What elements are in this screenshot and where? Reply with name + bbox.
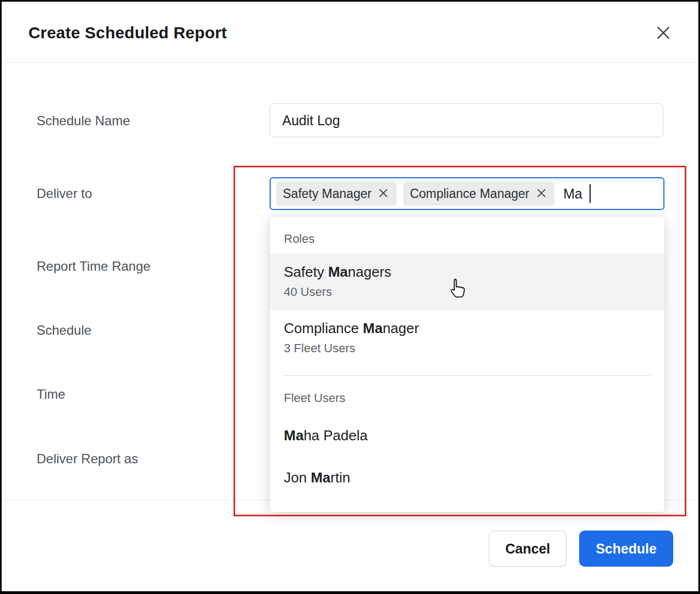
schedule-name-input[interactable] bbox=[270, 103, 663, 137]
dropdown-item-name: Maha Padela bbox=[284, 427, 650, 444]
dropdown-item-compliance-manager[interactable]: Compliance Manager 3 Fleet Users bbox=[270, 310, 664, 366]
remove-tag-button[interactable] bbox=[535, 187, 548, 201]
cancel-button[interactable]: Cancel bbox=[489, 531, 567, 567]
time-label: Time bbox=[37, 387, 65, 402]
remove-icon bbox=[378, 188, 389, 200]
dropdown-item-name: Compliance Manager bbox=[284, 320, 650, 337]
recipient-tag: Safety Manager bbox=[276, 182, 396, 206]
close-button[interactable] bbox=[652, 22, 674, 44]
dropdown-item-safety-managers[interactable]: Safety Managers 40 Users bbox=[270, 254, 664, 310]
dropdown-section-roles: Roles bbox=[270, 226, 664, 254]
close-icon bbox=[655, 25, 672, 43]
typed-query: Ma bbox=[563, 186, 582, 202]
dropdown-item-name: Jon Martin bbox=[284, 469, 650, 486]
create-scheduled-report-modal: Create Scheduled Report Schedule Name De… bbox=[0, 0, 700, 594]
recipient-tag-label: Safety Manager bbox=[283, 187, 371, 201]
dropdown-item-subtitle: 40 Users bbox=[284, 285, 650, 299]
dropdown-item-name: Safety Managers bbox=[284, 264, 650, 281]
recipient-tag-label: Compliance Manager bbox=[410, 187, 529, 201]
schedule-label: Schedule bbox=[37, 323, 91, 338]
dropdown-section-fleet-users: Fleet Users bbox=[270, 385, 664, 414]
recipient-tag: Compliance Manager bbox=[403, 182, 555, 206]
remove-tag-button[interactable] bbox=[377, 187, 390, 201]
remove-icon bbox=[536, 188, 547, 200]
report-time-range-label: Report Time Range bbox=[37, 259, 150, 274]
modal-header: Create Scheduled Report bbox=[2, 2, 698, 63]
deliver-to-dropdown: Roles Safety Managers 40 Users Complianc… bbox=[270, 217, 664, 512]
schedule-button[interactable]: Schedule bbox=[579, 531, 673, 567]
dropdown-item-maha-padela[interactable]: Maha Padela bbox=[270, 414, 664, 456]
dropdown-divider bbox=[284, 375, 650, 376]
schedule-name-label: Schedule Name bbox=[37, 113, 130, 129]
deliver-to-input[interactable]: Safety Manager Compliance Manager Ma bbox=[270, 177, 664, 210]
deliver-to-label: Deliver to bbox=[37, 186, 92, 201]
text-cursor bbox=[590, 184, 591, 203]
deliver-report-as-label: Deliver Report as bbox=[37, 451, 138, 467]
modal-title: Create Scheduled Report bbox=[28, 24, 227, 42]
dropdown-item-subtitle: 3 Fleet Users bbox=[284, 341, 650, 356]
dropdown-item-jon-martin[interactable]: Jon Martin bbox=[270, 456, 664, 498]
